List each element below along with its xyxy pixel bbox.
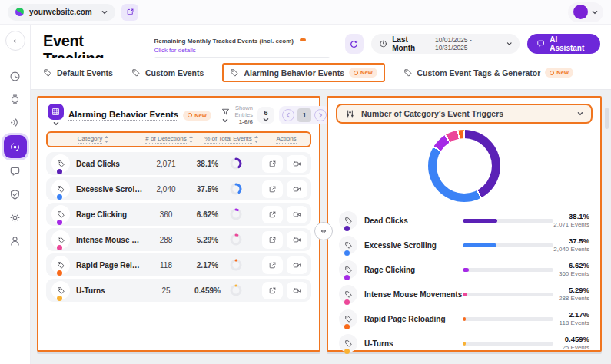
legend-category-name: Excessive Scrolling — [364, 241, 463, 250]
detections-count: 2,040 — [144, 185, 188, 194]
page-size-select[interactable]: 6 — [257, 107, 274, 124]
resize-arrows-icon — [319, 227, 328, 236]
watch-recordings-button[interactable] — [287, 180, 307, 198]
mini-donut — [230, 233, 242, 246]
legend-bar-fill — [463, 317, 466, 321]
watch-recordings-button[interactable] — [287, 231, 307, 249]
open-events-button[interactable] — [262, 231, 283, 249]
open-events-button[interactable] — [262, 180, 283, 198]
open-events-button[interactable] — [262, 256, 283, 274]
sidebar-item-shield-icon[interactable] — [5, 184, 25, 204]
open-events-button[interactable] — [262, 206, 283, 223]
chart-metric-dropdown[interactable]: Number of Category's Event Triggers — [336, 104, 593, 124]
external-link-icon — [268, 185, 277, 194]
collapse-sidebar-icon[interactable] — [5, 31, 25, 51]
watch-recordings-button[interactable] — [287, 282, 307, 299]
legend-stats: 5.29% 288 Events — [559, 286, 589, 303]
legend-category-name: Intense Mouse Movements — [364, 290, 463, 299]
tag-icon — [230, 68, 239, 78]
chat-icon — [536, 39, 545, 48]
tag-icon — [403, 68, 413, 78]
prev-page-button[interactable] — [282, 109, 294, 121]
tag-icon — [131, 68, 141, 78]
column-detections[interactable]: # of Detections — [138, 135, 200, 144]
watch-recordings-button[interactable] — [287, 256, 307, 274]
tab[interactable]: Custom Events — [131, 68, 204, 78]
panel-resize-handle[interactable] — [314, 222, 333, 240]
refresh-button[interactable] — [345, 34, 364, 54]
tab[interactable]: Custom Event Tags & Generator New — [403, 68, 573, 78]
legend-bar-track — [463, 317, 553, 321]
video-camera-icon — [293, 185, 301, 194]
quota-details-link[interactable]: Click for details — [154, 47, 330, 54]
filter-button[interactable] — [221, 108, 231, 124]
legend-row: Dead Clicks 38.1% 2,071 Events — [339, 210, 589, 231]
current-page[interactable]: 1 — [297, 108, 311, 122]
legend-bar-track — [463, 243, 553, 247]
ai-assistant-button[interactable]: AI Assistant — [527, 34, 600, 54]
open-events-button[interactable] — [262, 282, 283, 299]
column-percent[interactable]: % of Total Events — [200, 135, 263, 144]
table-row: Rapid Page Reloading 118 2.17% — [46, 253, 311, 276]
sort-icon — [105, 136, 108, 143]
shown-entries: Shown Entries 1-6/6 — [235, 104, 253, 127]
category-tag-icon — [339, 260, 357, 279]
date-range-picker[interactable]: Last Month 10/01/2025 - 10/31/2025 — [371, 34, 520, 54]
next-page-button[interactable] — [314, 109, 327, 121]
sidebar-item-watch-icon[interactable] — [5, 89, 25, 109]
table-body: Dead Clicks 2,071 38.1% Excessive Scroll… — [38, 147, 319, 302]
site-selector[interactable]: yourwebsite.com — [8, 4, 115, 21]
tab[interactable]: Default Events — [43, 68, 113, 78]
legend-row: U-Turns 0.459% 25 Events — [339, 333, 589, 354]
legend-row: Rapid Page Reloading 2.17% 118 Events — [339, 308, 589, 329]
column-category[interactable]: Category — [48, 135, 138, 144]
category-color-dot — [344, 250, 350, 256]
sidebar-item-settings-gear-icon[interactable] — [5, 207, 25, 227]
account-menu[interactable] — [568, 2, 603, 22]
sidebar-item-user-icon[interactable] — [5, 230, 25, 250]
legend-events-count: 118 Events — [560, 319, 589, 327]
legend-events-count: 288 Events — [559, 295, 589, 303]
date-preset: Last Month — [392, 35, 430, 52]
sidebar-item-waves-icon[interactable] — [5, 112, 25, 132]
category-color-dot — [57, 245, 62, 250]
mini-donut — [230, 157, 242, 170]
external-link-icon — [126, 8, 134, 16]
open-site-button[interactable] — [121, 4, 138, 21]
sidebar-item-chat-icon[interactable] — [5, 161, 25, 181]
app-window: yourwebsite.com — [0, 0, 611, 364]
sort-icon — [254, 136, 258, 143]
legend-category-name: Rapid Page Reloading — [364, 315, 463, 323]
percent-of-total: 0.459% — [188, 286, 227, 295]
table-icon[interactable] — [48, 104, 64, 127]
quota-block: Remaining Monthly Tracked Events (incl. … — [154, 32, 330, 60]
watch-recordings-button[interactable] — [287, 155, 307, 173]
tab[interactable]: Alarming Behavior Events New — [222, 63, 384, 82]
mini-donut — [230, 284, 242, 296]
tab-label: Default Events — [57, 68, 113, 78]
legend-category-name: Dead Clicks — [364, 217, 463, 225]
legend-events-count: 2,040 Events — [553, 246, 589, 253]
category-color-dot — [344, 226, 350, 231]
row-actions — [262, 282, 307, 299]
tab-label: Alarming Behavior Events — [244, 68, 344, 78]
table-row: Excessive Scrolling 2,040 37.5% — [46, 177, 311, 200]
mini-donut — [230, 183, 242, 195]
alarming-events-table-panel: Alarming Behavior Events New Shown Entri… — [37, 96, 320, 352]
sidebar-item-dashboard-pie-icon[interactable] — [5, 66, 25, 86]
open-events-button[interactable] — [262, 155, 283, 173]
donut-chart — [428, 130, 500, 202]
detections-count: 360 — [144, 210, 188, 219]
category-tag-icon — [51, 281, 70, 299]
category-tag-icon — [51, 180, 70, 198]
legend-bar-fill — [463, 243, 496, 247]
watch-recordings-button[interactable] — [287, 206, 307, 223]
row-actions — [262, 206, 307, 223]
avatar — [573, 5, 588, 19]
scrollbar-thumb[interactable] — [605, 108, 609, 129]
sidebar-item-event-tracking-icon[interactable] — [4, 135, 27, 158]
legend-percent: 0.459% — [562, 335, 589, 344]
legend-bar-track — [463, 342, 553, 346]
percent-of-total: 6.62% — [188, 210, 227, 219]
new-badge: New — [183, 111, 211, 121]
